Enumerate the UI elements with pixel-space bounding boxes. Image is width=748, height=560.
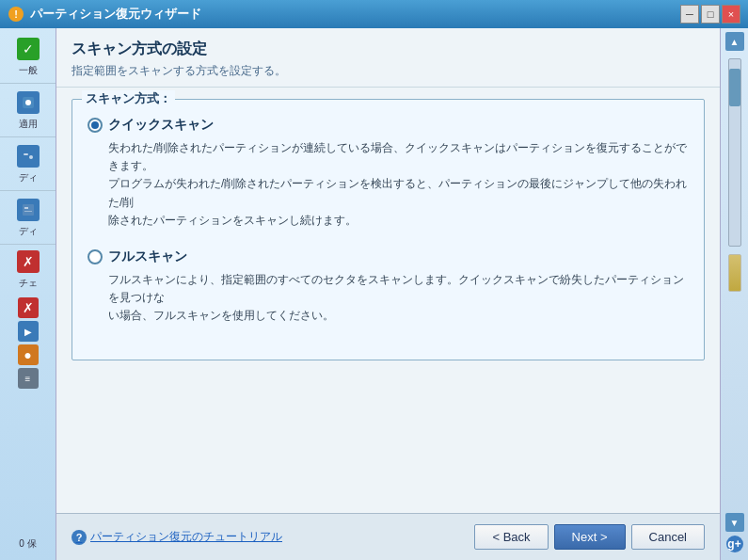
quick-scan-text: クイックスキャン: [108, 117, 214, 134]
close-button[interactable]: ×: [722, 5, 740, 24]
main-container: ✓ 一般 適用 ディ: [0, 28, 748, 560]
full-scan-text: フルスキャン: [108, 248, 187, 265]
right-panel: ▲ ▼ g+: [720, 28, 748, 560]
back-button[interactable]: < Back: [474, 524, 548, 550]
scrollbar-thumb[interactable]: [729, 69, 740, 106]
svg-rect-8: [24, 207, 28, 209]
svg-text:!: !: [14, 8, 18, 20]
sidebar-section-check: ✗ チェ ✗ ▶ ● ≡: [0, 247, 56, 392]
sidebar-section-general: ✓ 一般: [0, 32, 56, 84]
sidebar-icon-o: ●: [18, 344, 39, 365]
title-bar: ! パーティション復元ウィザード ─ □ ×: [0, 0, 748, 28]
group-box-content: クイックスキャン 失われた/削除されたパーティションが連続している場合、クイック…: [88, 117, 689, 326]
help-icon: ?: [72, 530, 87, 545]
maximize-button[interactable]: □: [701, 5, 720, 24]
sidebar-label-check: チェ: [19, 277, 38, 290]
sidebar-icon-check: ✗: [17, 250, 40, 273]
svg-rect-4: [22, 152, 35, 161]
right-icon-bottom: ▼: [725, 513, 744, 532]
sidebar-section-apply: 適用: [0, 86, 56, 137]
sidebar-label-general: 一般: [19, 64, 38, 77]
sidebar-bottom: 0 保: [0, 532, 56, 556]
sidebar-label-disk1: ディ: [19, 171, 38, 184]
page-header: スキャン方式の設定 指定範囲をスキャンする方式を設定する。: [56, 28, 720, 88]
next-button[interactable]: Next >: [554, 524, 626, 550]
svg-point-3: [25, 100, 31, 105]
sidebar-icon-list: ≡: [18, 368, 39, 389]
svg-rect-9: [24, 211, 32, 212]
quick-scan-option[interactable]: クイックスキャン 失われた/削除されたパーティションが連続している場合、クイック…: [88, 117, 689, 230]
sidebar-icon-disk2: [17, 199, 40, 221]
full-scan-option[interactable]: フルスキャン フルスキャンにより、指定範囲のすべてのセクタをスキャンします。クイ…: [88, 248, 689, 326]
page-title: スキャン方式の設定: [72, 40, 705, 59]
sidebar-label-apply: 適用: [19, 118, 38, 131]
sidebar-icon-arr: ▶: [18, 321, 39, 342]
sidebar-icon-x: ✗: [18, 297, 39, 318]
right-panel-accent: [728, 254, 741, 292]
sidebar: ✓ 一般 適用 ディ: [0, 28, 56, 560]
group-box-title: スキャン方式：: [82, 90, 175, 107]
quick-scan-radio[interactable]: [88, 118, 103, 133]
window-controls: ─ □ ×: [680, 5, 740, 24]
sidebar-icon-disk1: [17, 145, 40, 168]
tutorial-link[interactable]: ? パーティション復元のチュートリアル: [72, 529, 282, 545]
bottom-buttons: < Back Next > Cancel: [474, 524, 705, 550]
sidebar-section-disk2: ディ: [0, 193, 56, 245]
full-scan-description: フルスキャンにより、指定範囲のすべてのセクタをスキャンします。クイックスキャンで…: [108, 271, 689, 326]
right-icon-top: ▲: [725, 32, 744, 51]
svg-point-6: [29, 155, 33, 159]
tutorial-link-text: パーティション復元のチュートリアル: [90, 529, 282, 545]
quick-scan-description: 失われた/削除されたパーティションが連続している場合、クイックスキャンはパーティ…: [108, 139, 689, 230]
sidebar-label-disk2: ディ: [19, 225, 38, 238]
sidebar-section-disk1: ディ: [0, 139, 56, 191]
svg-rect-5: [24, 153, 28, 155]
content-area: スキャン方式の設定 指定範囲をスキャンする方式を設定する。 スキャン方式： クイ…: [56, 28, 720, 560]
bottom-bar: ? パーティション復元のチュートリアル < Back Next > Cancel: [56, 513, 720, 560]
page-subtitle: 指定範囲をスキャンする方式を設定する。: [72, 63, 705, 79]
full-scan-radio[interactable]: [88, 249, 103, 264]
svg-rect-7: [23, 204, 34, 216]
google-plus-icon[interactable]: g+: [726, 536, 743, 552]
scan-method-group: スキャン方式： クイックスキャン 失われた/削除されたパーティションが連続してい…: [72, 99, 705, 360]
cancel-button[interactable]: Cancel: [631, 524, 705, 550]
right-scrollbar[interactable]: [728, 58, 741, 247]
sidebar-icon-general: ✓: [17, 38, 40, 60]
window-title: パーティション復元ウィザード: [30, 6, 675, 23]
minimize-button[interactable]: ─: [680, 5, 699, 24]
wizard-content: スキャン方式： クイックスキャン 失われた/削除されたパーティションが連続してい…: [56, 88, 720, 513]
wizard-icon: !: [8, 6, 24, 23]
sidebar-count-label: 0 保: [19, 537, 36, 551]
sidebar-icon-apply: [17, 91, 40, 114]
quick-scan-label[interactable]: クイックスキャン: [88, 117, 689, 134]
full-scan-label[interactable]: フルスキャン: [88, 248, 689, 265]
